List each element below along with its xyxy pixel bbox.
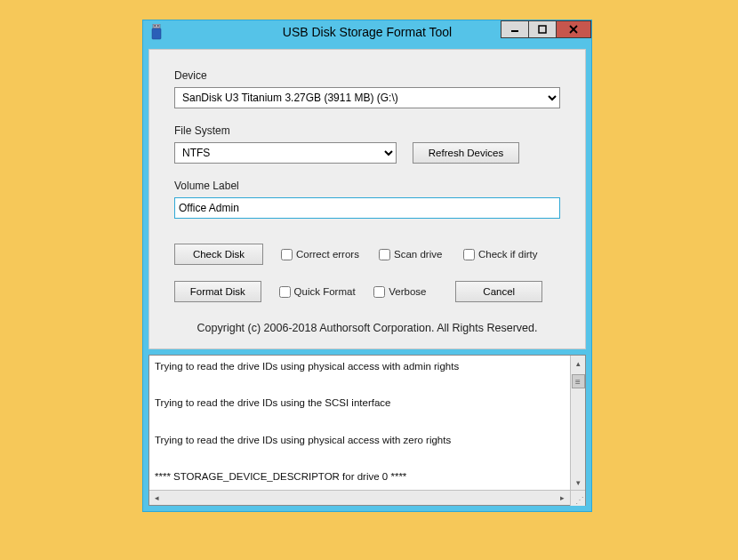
- vertical-scrollbar[interactable]: ▴ ≡ ▾: [570, 356, 585, 490]
- check-if-dirty-label: Check if dirty: [478, 249, 537, 260]
- check-if-dirty-checkbox[interactable]: [463, 249, 475, 260]
- correct-errors-checkbox-wrap[interactable]: Correct errors: [281, 249, 379, 260]
- scroll-thumb[interactable]: ≡: [572, 374, 585, 388]
- verbose-label: Verbose: [389, 286, 426, 297]
- close-button[interactable]: [556, 20, 591, 38]
- verbose-checkbox[interactable]: [373, 286, 385, 298]
- volume-label-input[interactable]: [174, 197, 560, 219]
- log-panel: Trying to read the drive IDs using physi…: [148, 355, 586, 506]
- scan-drive-checkbox-wrap[interactable]: Scan drive: [379, 249, 463, 260]
- maximize-button[interactable]: [528, 20, 557, 38]
- device-label: Device: [174, 69, 560, 82]
- filesystem-select[interactable]: NTFS: [174, 142, 397, 164]
- scroll-down-arrow-icon[interactable]: ▾: [571, 475, 585, 490]
- horizontal-scrollbar[interactable]: ◂ ▸ ⋰: [149, 490, 585, 505]
- cancel-button[interactable]: Cancel: [455, 281, 542, 302]
- client-area: Device SanDisk U3 Titanium 3.27GB (3911 …: [148, 49, 586, 349]
- volume-label-label: Volume Label: [174, 180, 560, 192]
- scan-drive-label: Scan drive: [394, 249, 442, 260]
- check-if-dirty-checkbox-wrap[interactable]: Check if dirty: [463, 249, 552, 260]
- format-disk-button[interactable]: Format Disk: [174, 281, 261, 302]
- quick-format-checkbox[interactable]: [279, 286, 291, 298]
- minimize-button[interactable]: [501, 20, 529, 38]
- app-window: USB Disk Storage Format Tool Device SanD…: [142, 20, 592, 512]
- check-disk-row: Check Disk Correct errors Scan drive Che…: [174, 244, 560, 265]
- check-disk-button[interactable]: Check Disk: [174, 244, 263, 265]
- quick-format-label: Quick Format: [294, 286, 356, 297]
- titlebar[interactable]: USB Disk Storage Format Tool: [143, 20, 591, 44]
- scroll-up-arrow-icon[interactable]: ▴: [571, 356, 585, 371]
- scan-drive-checkbox[interactable]: [379, 249, 390, 260]
- verbose-checkbox-wrap[interactable]: Verbose: [373, 286, 455, 298]
- refresh-devices-button[interactable]: Refresh Devices: [413, 142, 519, 164]
- copyright-text: Copyright (c) 2006-2018 Authorsoft Corpo…: [174, 322, 560, 334]
- format-disk-row: Format Disk Quick Format Verbose Cancel: [174, 281, 560, 302]
- scroll-right-arrow-icon[interactable]: ▸: [555, 491, 570, 505]
- window-controls: [501, 20, 591, 38]
- log-text[interactable]: Trying to read the drive IDs using physi…: [149, 356, 570, 490]
- scroll-left-arrow-icon[interactable]: ◂: [149, 491, 164, 505]
- svg-rect-5: [539, 26, 546, 33]
- quick-format-checkbox-wrap[interactable]: Quick Format: [279, 286, 374, 298]
- resize-grip-icon[interactable]: ⋰: [570, 491, 585, 506]
- correct-errors-checkbox[interactable]: [281, 249, 293, 260]
- filesystem-label: File System: [174, 124, 560, 137]
- device-select[interactable]: SanDisk U3 Titanium 3.27GB (3911 MB) (G:…: [174, 87, 560, 108]
- correct-errors-label: Correct errors: [296, 249, 359, 260]
